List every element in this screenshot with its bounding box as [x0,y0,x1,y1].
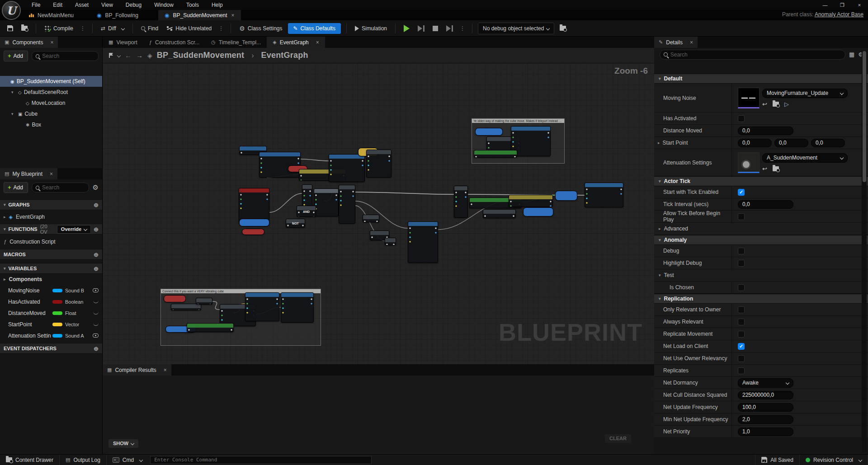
graph-node[interactable] [408,221,438,263]
variable-item-hasactivated[interactable]: HasActivatedBoolean [0,296,102,307]
use-selected-asset-icon[interactable]: ↩ [762,101,767,108]
graph-tab-viewport[interactable]: ▦Viewport [103,37,143,48]
all-saved-button[interactable]: All Saved [755,455,800,465]
component-item-bp_suddenmovement[interactable]: ◉BP_SuddenMovement (Self) [0,76,102,87]
tab-compiler-results[interactable]: ▦ Compiler Results × [103,364,171,376]
checkbox-debug[interactable] [738,248,745,254]
graph-tab-construction-scr-[interactable]: ƒConstruction Scr... [143,37,205,48]
graph-node[interactable] [239,219,269,226]
expand-arrow-icon[interactable]: ▾ [659,273,661,277]
graph-node[interactable] [259,152,301,178]
component-item-cube[interactable]: ▾▣Cube [0,108,102,119]
compile-options-button[interactable]: ⋮ [79,25,87,32]
asset-tab-bp_suddenmovement[interactable]: ◉BP_SuddenMovement× [158,10,241,20]
browse-to-asset-icon[interactable] [773,102,779,107]
graph-node[interactable] [187,323,234,332]
expand-arrow-icon[interactable]: ▸ [658,141,660,145]
graph-node[interactable] [314,188,339,216]
close-icon[interactable]: × [164,367,167,373]
menu-window[interactable]: Window [148,2,180,8]
browse-to-asset-icon[interactable] [773,166,779,171]
graph-node[interactable] [196,298,212,305]
eye-closed-icon[interactable] [93,312,99,315]
field-tick-interval-secs-[interactable]: 0,0 [738,200,793,209]
field-start-point-x[interactable]: 0,0 [738,139,772,147]
cmd-dropdown[interactable]: >_ Cmd [107,455,148,465]
menu-help[interactable]: Help [205,2,229,8]
eye-closed-icon[interactable] [93,301,99,303]
graph-node[interactable]: NOT [286,219,305,228]
asset-tab-newmainmenu[interactable]: NewMainMenu [23,10,90,20]
frame-skip-button[interactable] [415,23,427,33]
tab-details[interactable]: ✎ Details × [654,37,698,48]
variable-item-startpoint[interactable]: StartPointVector [0,319,102,330]
nav-back-icon[interactable]: ← [125,52,132,59]
graph-node[interactable] [555,191,577,201]
functions-section-header[interactable]: ▾FUNCTIONS(20 OV Override ⊕ [0,224,102,235]
breadcrumb-blueprint[interactable]: BP_SuddenMovement [157,51,244,60]
eye-closed-icon[interactable] [93,323,99,326]
field-start-point-z[interactable]: 0,0 [811,139,845,147]
checkbox-start-with-tick-enabled[interactable]: ✓ [738,189,745,196]
close-icon[interactable]: × [50,39,53,46]
details-section-replication[interactable]: ▾Replication [654,294,868,304]
variables-section-header[interactable]: ▾VARIABLES⊕ [0,263,102,274]
output-log-button[interactable]: ▤ Output Log [60,455,107,465]
variable-item-distancemoved[interactable]: DistanceMovedFloat [0,307,102,319]
play-sound-icon[interactable]: ▷ [784,101,789,108]
add-component-button[interactable]: +Add [4,51,28,61]
graph-node[interactable] [171,304,201,310]
bookmark-flag-icon[interactable] [109,53,113,58]
scrollbar-thumb[interactable] [863,51,866,182]
details-scrollbar[interactable] [862,50,867,452]
graph-node[interactable] [245,292,279,321]
stop-button[interactable] [430,24,441,33]
debug-browse-button[interactable] [557,24,569,33]
hide-unrelated-options-button[interactable]: ⋮ [217,25,225,32]
details-subheader-test[interactable]: ▾Test [654,269,868,282]
checkbox-replicate-movement[interactable] [738,331,745,338]
graph-node[interactable] [281,292,314,323]
graph-node[interactable] [509,195,553,207]
construction-script-item[interactable]: ƒConstruction Script [0,236,102,247]
event-dispatchers-section-header[interactable]: EVENT DISPATCHERS⊕ [0,343,102,354]
tab-components[interactable]: ▣ Components × [0,37,58,48]
save-button[interactable] [5,23,16,33]
nav-forward-icon[interactable]: → [136,52,143,59]
use-selected-asset-icon[interactable]: ↩ [762,165,767,172]
add-variable-icon[interactable]: ⊕ [94,265,99,272]
browse-asset-button[interactable] [19,24,30,33]
hide-unrelated-button[interactable]: Hide Unrelated [164,23,214,33]
components-search[interactable] [32,51,99,61]
field-net-update-frequency[interactable]: 100,0 [738,403,793,412]
graph-node[interactable] [239,188,269,223]
asset-tab-bp_following[interactable]: ◉BP_Following [90,10,158,20]
breadcrumb-graph[interactable]: EventGraph [261,51,308,60]
details-section-default[interactable]: ▾Default [654,74,868,84]
graph-node[interactable] [339,185,355,224]
graph-node[interactable] [585,183,623,207]
settings-gear-icon[interactable]: ⚙ [93,183,99,192]
graph-node[interactable] [363,215,379,222]
graph-node[interactable] [474,150,517,158]
details-search-input[interactable] [670,52,841,58]
details-section-anomaly[interactable]: ▾Anomaly [654,235,868,245]
component-item-defaultsceneroot[interactable]: ▾◇DefaultSceneRoot [0,87,102,98]
simulation-button[interactable]: Simulation [352,23,390,33]
field-net-cull-distance-squared[interactable]: 225000000,0 [738,391,793,399]
checkbox-net-load-on-client[interactable]: ✓ [738,343,745,350]
checkbox-only-relevant-to-owner[interactable] [738,306,745,313]
clear-button[interactable]: CLEAR [605,434,631,443]
graph-node[interactable] [483,209,516,218]
class-settings-button[interactable]: ⚙Class Settings [236,23,285,34]
checkbox-net-use-owner-relevancy[interactable] [738,355,745,362]
event-graph-canvas[interactable]: Ye olden way of making the cube move. Ma… [103,63,654,364]
my-blueprint-search-input[interactable] [42,184,85,191]
details-section-actor-tick[interactable]: ▾Actor Tick [654,176,868,186]
eye-open-icon[interactable] [93,288,99,292]
menu-tools[interactable]: Tools [180,2,205,8]
menu-file[interactable]: File [25,2,47,8]
eye-open-icon[interactable] [93,333,99,338]
graph-node[interactable] [475,128,503,136]
console-command-box[interactable] [150,456,372,464]
